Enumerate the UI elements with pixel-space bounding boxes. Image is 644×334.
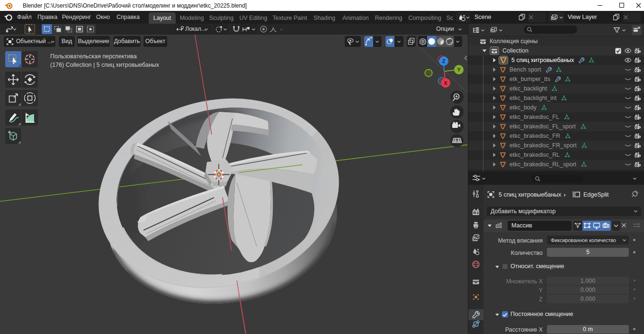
svg-text:Z: Z	[442, 58, 446, 64]
svg-text:X: X	[444, 80, 447, 86]
svg-text:Y: Y	[457, 67, 461, 72]
